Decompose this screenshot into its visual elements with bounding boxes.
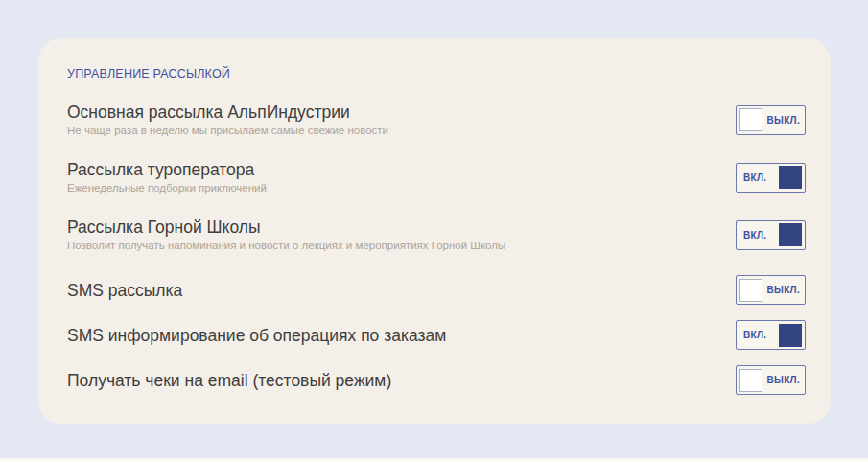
subscription-title: Рассылка туроператора <box>67 160 267 179</box>
toggle-state-label: ВКЛ. <box>743 173 766 183</box>
subscription-row: SMS информирование об операциях по заказ… <box>67 320 806 350</box>
subscription-title: Получать чеки на email (тестовый режим) <box>67 371 391 390</box>
toggle-knob <box>779 324 802 347</box>
subscription-title: SMS рассылка <box>67 281 182 300</box>
subscription-text: Основная рассылка АльпИндустрии Не чаще … <box>67 103 388 137</box>
subscription-toggle[interactable]: ВКЛ. <box>736 220 806 250</box>
mailing-settings-card: УПРАВЛЕНИЕ РАССЫЛКОЙ Основная рассылка А… <box>38 38 831 424</box>
subscription-list: Основная рассылка АльпИндустрии Не чаще … <box>67 103 806 395</box>
subscription-toggle[interactable]: ВКЛ. <box>736 320 806 350</box>
toggle-knob <box>739 369 762 392</box>
subscription-text: SMS информирование об операциях по заказ… <box>67 326 446 345</box>
subscription-subtitle: Еженедельные подборки приключений <box>67 181 267 195</box>
toggle-state-label: ВЫКЛ. <box>767 375 800 385</box>
toggle-knob <box>779 166 802 189</box>
subscription-row: SMS рассылка ВЫКЛ. <box>67 275 806 305</box>
section-title: УПРАВЛЕНИЕ РАССЫЛКОЙ <box>67 67 806 81</box>
subscription-toggle[interactable]: ВЫКЛ. <box>736 365 806 395</box>
subscription-toggle[interactable]: ВЫКЛ. <box>736 105 806 135</box>
toggle-knob <box>779 223 802 246</box>
subscription-row: Рассылка туроператора Еженедельные подбо… <box>67 160 806 195</box>
subscription-text: SMS рассылка <box>67 281 182 300</box>
subscription-row: Получать чеки на email (тестовый режим) … <box>67 365 806 395</box>
subscription-text: Рассылка Горной Школы Позволит получать … <box>67 218 505 252</box>
subscription-row: Рассылка Горной Школы Позволит получать … <box>67 218 806 252</box>
subscription-subtitle: Не чаще раза в неделю мы присылаем самые… <box>67 124 388 137</box>
subscription-title: SMS информирование об операциях по заказ… <box>67 326 446 345</box>
subscription-row: Основная рассылка АльпИндустрии Не чаще … <box>67 103 806 137</box>
top-divider <box>67 58 806 58</box>
subscription-text: Получать чеки на email (тестовый режим) <box>67 371 391 390</box>
toggle-state-label: ВКЛ. <box>743 230 766 241</box>
subscription-title: Основная рассылка АльпИндустрии <box>67 103 388 122</box>
toggle-knob <box>739 279 762 302</box>
toggle-state-label: ВЫКЛ. <box>767 115 800 126</box>
subscription-text: Рассылка туроператора Еженедельные подбо… <box>67 160 267 195</box>
subscription-toggle[interactable]: ВКЛ. <box>736 163 806 193</box>
subscription-subtitle: Позволит получать напоминания и новости … <box>67 239 505 252</box>
subscription-toggle[interactable]: ВЫКЛ. <box>736 275 806 305</box>
toggle-state-label: ВКЛ. <box>743 330 766 340</box>
subscription-title: Рассылка Горной Школы <box>67 218 505 237</box>
toggle-knob <box>739 108 762 131</box>
toggle-state-label: ВЫКЛ. <box>767 285 800 295</box>
